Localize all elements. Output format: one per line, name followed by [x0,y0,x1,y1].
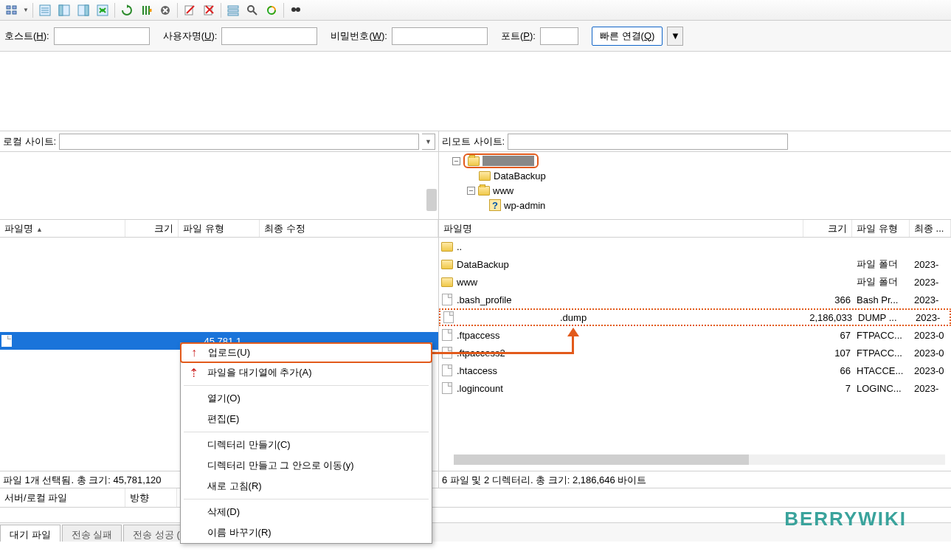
folder-icon [468,156,480,166]
annotation-arrow-head [567,328,579,336]
host-label: 호스트(H): [4,30,49,43]
context-menu: ↑ 업로드(U) ⇡ 파일을 대기열에 추가(A) 열기(O) 편집(E) 디렉… [180,342,432,544]
svg-line-28 [253,11,257,15]
message-log[interactable] [0,52,951,131]
local-tree-scrollbar[interactable] [426,189,437,211]
remote-tree[interactable]: − DataBackup − www ? wp-admin [439,152,951,219]
folder-icon [441,242,453,252]
col-name[interactable]: 파일명▲ [0,220,125,237]
file-icon [442,364,452,376]
password-label: 비밀번호(W): [331,30,387,43]
col-size[interactable]: 크기 [125,220,179,237]
queue-arrow-icon: ⇡ [187,366,200,380]
file-row[interactable]: DataBackup 파일 폴더 2023- [439,255,951,273]
file-icon [442,382,452,394]
watermark: BERRYWIKI [784,508,907,530]
remote-file-list[interactable]: .. DataBackup 파일 폴더 2023- www 파일 폴더 2023… [439,238,951,471]
svg-rect-9 [59,5,63,15]
compare-button[interactable] [263,1,280,19]
annotation-arrow [432,352,574,354]
refresh-button[interactable] [118,1,136,19]
site-manager-dropdown[interactable]: ▼ [22,7,30,13]
ctx-edit[interactable]: 편집(E) [181,409,432,429]
file-icon [442,294,452,305]
local-site-input[interactable] [59,134,419,150]
file-icon [1,335,12,347]
port-input[interactable] [540,27,578,45]
local-tree[interactable] [0,152,439,219]
cancel-button[interactable] [156,1,174,19]
file-icon [442,329,452,341]
svg-rect-3 [13,11,16,14]
process-queue-button[interactable] [137,1,155,19]
tab-failed[interactable]: 전송 실패 [62,525,122,542]
col-modified[interactable]: 최종 수정 [260,220,438,237]
remote-status: 6 파일 및 2 디렉터리. 총 크기: 2,186,646 바이트 [439,471,951,488]
file-row[interactable]: .ftpaccess 67 FTPACC... 2023-0 [439,326,951,344]
svg-rect-24 [228,6,238,8]
host-input[interactable] [54,27,150,45]
file-row[interactable]: www 파일 폴더 2023- [439,273,951,291]
file-row[interactable]: .logincount 7 LOGINC... 2023- [439,379,951,397]
file-row-highlighted[interactable]: .dump 2,186,033 DUMP ... 2023- [439,308,951,326]
file-row[interactable]: .htaccess 66 HTACCE... 2023-0 [439,362,951,379]
col-size[interactable]: 크기 [803,220,852,237]
tree-item-www[interactable]: www [493,185,513,196]
filter-button[interactable] [224,1,242,19]
ctx-refresh[interactable]: 새로 고침(R) [181,476,432,497]
tree-item-databackup[interactable]: DataBackup [494,170,546,182]
toggle-queue-button[interactable] [94,1,111,19]
remote-site-label: 리모트 사이트: [442,135,505,148]
ctx-upload[interactable]: ↑ 업로드(U) [180,342,432,363]
queue-col-file[interactable]: 서버/로컬 파일 [0,488,125,507]
col-type[interactable]: 파일 유형 [852,220,910,237]
svg-rect-0 [7,6,10,9]
reconnect-button[interactable] [200,1,218,19]
svg-rect-31 [295,9,297,10]
file-row[interactable]: .bash_profile 366 Bash Pr... 2023- [439,291,951,308]
quickconnect-button[interactable]: 빠른 연결(Q) [592,27,663,46]
tree-item-wpadmin[interactable]: wp-admin [504,200,545,211]
username-input[interactable] [221,27,317,45]
col-modified[interactable]: 최종 ... [910,220,951,237]
site-manager-button[interactable] [3,1,21,19]
password-input[interactable] [392,27,488,45]
find-button[interactable] [287,1,305,19]
tree-collapse-icon[interactable]: − [452,157,460,165]
search-button[interactable] [243,1,261,19]
svg-rect-2 [13,6,16,9]
main-toolbar: ▼ [0,0,951,21]
queue-col-direction[interactable]: 방향 [125,488,177,507]
local-site-dropdown[interactable]: ▼ [422,134,435,150]
folder-icon [478,186,490,196]
toggle-local-tree-button[interactable] [55,1,73,19]
toggle-log-button[interactable] [36,1,54,19]
toggle-remote-tree-button[interactable] [75,1,92,19]
folder-icon [441,260,453,269]
ctx-open[interactable]: 열기(O) [181,388,432,409]
ctx-add-to-queue[interactable]: ⇡ 파일을 대기열에 추가(A) [181,362,432,383]
tab-queued[interactable]: 대기 파일 [0,525,60,542]
ctx-mkdir[interactable]: 디렉터리 만들기(C) [181,435,432,455]
svg-rect-26 [228,13,238,15]
disconnect-button[interactable] [181,1,198,19]
remote-site-input[interactable] [508,134,788,150]
ctx-delete[interactable]: 삭제(D) [181,502,432,522]
svg-point-27 [248,6,254,12]
remote-list-hscrollbar[interactable] [454,454,945,465]
svg-rect-11 [85,5,89,15]
file-icon [443,311,454,323]
ctx-rename[interactable]: 이름 바꾸기(R) [181,522,432,543]
username-label: 사용자명(U): [163,30,218,43]
redacted-folder-name [483,156,534,166]
folder-icon [479,171,491,181]
file-row-up[interactable]: .. [439,238,951,255]
svg-rect-25 [228,10,238,12]
col-name[interactable]: 파일명 [439,220,803,237]
local-site-label: 로컬 사이트: [3,135,56,148]
tree-collapse-icon[interactable]: − [467,187,475,195]
svg-rect-1 [7,11,10,14]
quickconnect-history-dropdown[interactable]: ▼ [667,27,683,46]
col-type[interactable]: 파일 유형 [179,220,260,237]
ctx-mkdir-enter[interactable]: 디렉터리 만들고 그 안으로 이동(y) [181,455,432,476]
